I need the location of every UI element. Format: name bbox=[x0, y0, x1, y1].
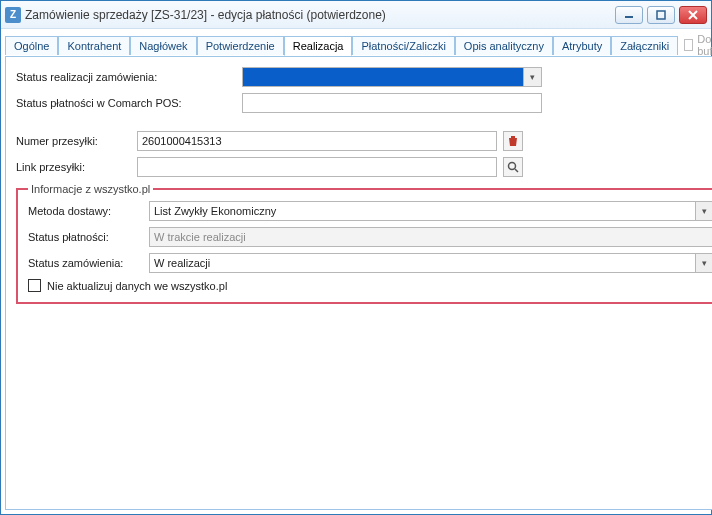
svg-rect-1 bbox=[657, 11, 665, 19]
tab-kontrahent[interactable]: Kontrahent bbox=[58, 36, 130, 55]
close-window-button[interactable] bbox=[679, 6, 707, 24]
status-pos-label: Status płatności w Comarch POS: bbox=[16, 97, 236, 109]
row-numer-przesylki: Numer przesyłki: 2601000415313 bbox=[16, 131, 712, 151]
tab-opis[interactable]: Opis analityczny bbox=[455, 36, 553, 55]
svg-rect-4 bbox=[511, 136, 515, 138]
tab-content: Status realizacji zamówienia: ▾ Status p… bbox=[5, 57, 712, 510]
delete-shipment-button[interactable] bbox=[503, 131, 523, 151]
no-update-checkbox[interactable]: Nie aktualizuj danych we wszystko.pl bbox=[28, 279, 712, 292]
chevron-down-icon[interactable]: ▾ bbox=[523, 68, 541, 86]
tab-potwierdzenie[interactable]: Potwierdzenie bbox=[197, 36, 284, 55]
svg-line-6 bbox=[515, 169, 518, 172]
buffer-checkbox-label: Do bufora bbox=[697, 33, 712, 57]
status-zamowienia-label: Status zamówienia: bbox=[28, 257, 143, 269]
status-zamowienia-combo[interactable]: W realizacji ▾ bbox=[149, 253, 712, 273]
window-controls bbox=[615, 6, 707, 24]
no-update-checkbox-box[interactable] bbox=[28, 279, 41, 292]
row-status-zamowienia: Status zamówienia: W realizacji ▾ bbox=[28, 253, 712, 273]
status-realizacji-combo[interactable]: ▾ bbox=[242, 67, 542, 87]
window-frame: Z Zamówienie sprzedaży [ZS-31/23] - edyc… bbox=[0, 0, 712, 515]
numer-przesylki-label: Numer przesyłki: bbox=[16, 135, 131, 147]
svg-point-5 bbox=[509, 163, 516, 170]
lookup-link-button[interactable] bbox=[503, 157, 523, 177]
link-przesylki-input[interactable] bbox=[137, 157, 497, 177]
wszystko-groupbox: Informacje z wszystko.pl Metoda dostawy:… bbox=[16, 183, 712, 304]
tab-ogolne[interactable]: Ogólne bbox=[5, 36, 58, 55]
window-title: Zamówienie sprzedaży [ZS-31/23] - edycja… bbox=[25, 8, 615, 22]
tab-atrybuty[interactable]: Atrybuty bbox=[553, 36, 611, 55]
row-metoda-dostawy: Metoda dostawy: List Zwykły Ekonomiczny … bbox=[28, 201, 712, 221]
chevron-down-icon[interactable]: ▾ bbox=[695, 254, 712, 272]
metoda-dostawy-combo[interactable]: List Zwykły Ekonomiczny ▾ bbox=[149, 201, 712, 221]
main-panel: Ogólne Kontrahent Nagłówek Potwierdzenie… bbox=[5, 33, 712, 510]
titlebar: Z Zamówienie sprzedaży [ZS-31/23] - edyc… bbox=[1, 1, 711, 29]
status-pos-value[interactable] bbox=[242, 93, 542, 113]
status-realizacji-label: Status realizacji zamówienia: bbox=[16, 71, 236, 83]
search-icon bbox=[507, 161, 519, 173]
row-status-realizacji: Status realizacji zamówienia: ▾ bbox=[16, 67, 712, 87]
tab-strip: Ogólne Kontrahent Nagłówek Potwierdzenie… bbox=[5, 33, 712, 57]
window-body: Ogólne Kontrahent Nagłówek Potwierdzenie… bbox=[1, 29, 711, 514]
row-status-pos: Status płatności w Comarch POS: bbox=[16, 93, 712, 113]
tab-naglowek[interactable]: Nagłówek bbox=[130, 36, 196, 55]
row-link-przesylki: Link przesyłki: bbox=[16, 157, 712, 177]
row-status-platnosci: Status płatności: W trakcie realizacji bbox=[28, 227, 712, 247]
buffer-checkbox[interactable]: Do bufora bbox=[678, 33, 712, 57]
status-zamowienia-value: W realizacji bbox=[150, 254, 695, 272]
metoda-dostawy-value: List Zwykły Ekonomiczny bbox=[150, 202, 695, 220]
link-przesylki-label: Link przesyłki: bbox=[16, 161, 131, 173]
trash-icon bbox=[507, 135, 519, 147]
metoda-dostawy-label: Metoda dostawy: bbox=[28, 205, 143, 217]
status-platnosci-label: Status płatności: bbox=[28, 231, 143, 243]
numer-przesylki-input[interactable]: 2601000415313 bbox=[137, 131, 497, 151]
no-update-checkbox-label: Nie aktualizuj danych we wszystko.pl bbox=[47, 280, 227, 292]
status-realizacji-value bbox=[243, 68, 523, 86]
buffer-checkbox-box[interactable] bbox=[684, 39, 693, 51]
wszystko-legend: Informacje z wszystko.pl bbox=[28, 183, 153, 195]
tab-zalaczniki[interactable]: Załączniki bbox=[611, 36, 678, 55]
maximize-button[interactable] bbox=[647, 6, 675, 24]
minimize-button[interactable] bbox=[615, 6, 643, 24]
tab-platnosci[interactable]: Płatności/Zaliczki bbox=[352, 36, 454, 55]
tab-realizacja[interactable]: Realizacja bbox=[284, 36, 353, 56]
status-platnosci-value: W trakcie realizacji bbox=[149, 227, 712, 247]
app-icon: Z bbox=[5, 7, 21, 23]
chevron-down-icon[interactable]: ▾ bbox=[695, 202, 712, 220]
